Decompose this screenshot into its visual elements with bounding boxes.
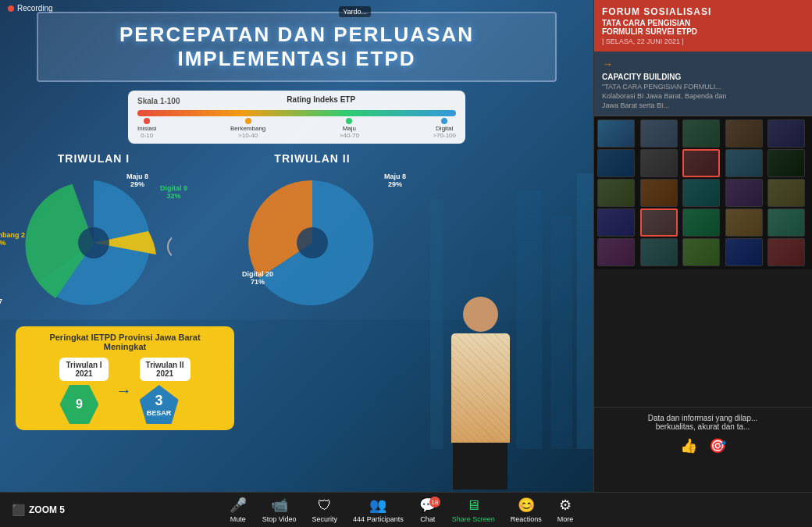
- mic-label: Mute: [230, 515, 246, 523]
- main-title: PERCEPATAN DAN PERLUASAN IMPLEMENTASI ET…: [37, 12, 557, 82]
- participants-icon: 👥: [369, 497, 386, 514]
- stage-inisiasi: Inisiasi 0-10: [137, 118, 156, 139]
- capacity-subtitle1: "TATA CARA PENGISIAN FORMULI...: [602, 83, 804, 91]
- more-button[interactable]: ⚙ More: [557, 497, 574, 523]
- participant-thumb: [767, 179, 805, 207]
- participant-thumb: [682, 238, 720, 266]
- peringkat-title: Peringkat IETPD Provinsi Jawa Barat Meni…: [27, 333, 223, 351]
- rating-bar-title: Rating Indeks ETP: [187, 95, 457, 104]
- stage-digital: Digital >70-100: [433, 118, 456, 139]
- triwulan1-chart: TRIWULAN I Berkembang 27% Digital 932% M…: [16, 152, 172, 320]
- participant-thumb: [767, 238, 805, 266]
- target-btn[interactable]: 🎯: [709, 437, 726, 454]
- capacity-building: → CAPACITY BUILDING "TATA CARA PENGISIAN…: [594, 52, 812, 116]
- feedback-actions: 👍 🎯: [601, 437, 804, 454]
- svg-point-11: [78, 227, 109, 258]
- participant-thumb: [640, 208, 678, 237]
- rating-stages: Inisiasi 0-10 Berkembang >10-40 Maju >40…: [137, 118, 456, 139]
- video-button[interactable]: 📹 Stop Video: [262, 497, 297, 523]
- share-screen-icon: 🖥: [466, 497, 480, 514]
- forum-subtitle: TATA CARA PENGISIAN FORMULIR SURVEI ETPD: [602, 19, 804, 36]
- security-button[interactable]: 🛡 Security: [312, 497, 338, 523]
- share-screen-button[interactable]: 🖥 Share Screen: [452, 497, 495, 523]
- rating-bar: Skala 1-100 Rating Indeks ETP Inisiasi 0…: [128, 91, 465, 144]
- triwulan1-title: TRIWULAN I: [16, 152, 172, 165]
- stage-berkembang: Berkembang >10-40: [230, 118, 265, 139]
- more-label: More: [557, 515, 574, 523]
- participant-thumb: [597, 238, 635, 266]
- participant-thumb: [682, 179, 720, 207]
- svg-point-14: [297, 227, 328, 258]
- feedback-text: Data dan informasi yang dilap... berkual…: [601, 414, 804, 431]
- triwulan2-info: Triwulan II 2021 3 BESAR: [140, 358, 191, 424]
- capacity-subtitle3: Jawa Barat serta BI...: [602, 101, 804, 109]
- triwulan1-year: 2021: [75, 369, 92, 378]
- forum-header: FORUM SOSIALISASI TATA CARA PENGISIAN FO…: [594, 0, 812, 52]
- peringkat-content: Triwulan I 2021 9 → Triwulan II 2021: [27, 358, 223, 424]
- participants-label: 444 Participants: [353, 515, 404, 523]
- security-label: Security: [312, 515, 338, 523]
- rating-track: [137, 110, 456, 116]
- video-icon: 📹: [271, 497, 288, 514]
- participant-thumb: [682, 149, 720, 177]
- capacity-arrow: →: [602, 58, 804, 70]
- zoom-info: ⬛ ZOOM 5: [12, 504, 65, 516]
- thumbs-up-btn[interactable]: 👍: [680, 437, 697, 454]
- chat-badge: 18: [429, 497, 440, 507]
- legend-digital: Digital 932%: [160, 184, 187, 200]
- participants-grid: [594, 116, 812, 269]
- legend-maju8: Maju 829%: [126, 173, 148, 188]
- svg-point-12: [168, 235, 172, 258]
- mic-button[interactable]: 🎤 Mute: [230, 497, 247, 523]
- participant-thumb: [597, 179, 635, 207]
- participant-thumb: [767, 119, 805, 148]
- participant-thumb: [640, 149, 678, 177]
- participants-button[interactable]: 👥 444 Participants: [353, 497, 404, 523]
- legend-berkembang: Berkembang 27%: [0, 231, 25, 247]
- security-icon: 🛡: [318, 497, 332, 514]
- peringkat-box: Peringkat IETPD Provinsi Jawa Barat Meni…: [16, 326, 234, 430]
- chat-button[interactable]: 💬 18 Chat: [419, 497, 436, 523]
- charts-area: TRIWULAN I Berkembang 27% Digital 932% M…: [8, 152, 586, 320]
- bottom-toolbar: ⬛ ZOOM 5 🎤 Mute 📹 Stop Video 🛡 Security …: [0, 492, 812, 527]
- yardo-label: Yardo...: [339, 6, 371, 17]
- zoom-logo: ⬛: [12, 504, 25, 516]
- scale-label: Skala 1-100: [137, 97, 180, 105]
- participant-thumb: [725, 149, 763, 177]
- feedback-section: Data dan informasi yang dilap... berkual…: [593, 407, 812, 461]
- participant-thumb: [640, 179, 678, 207]
- participant-thumb: [597, 208, 635, 237]
- participant-thumb: [725, 179, 763, 207]
- reactions-button[interactable]: 😊 Reactions: [511, 497, 542, 523]
- right-panel: FORUM SOSIALISASI TATA CARA PENGISIAN FO…: [593, 0, 812, 492]
- forum-title: FORUM SOSIALISASI: [602, 6, 804, 17]
- legend-maju8-t2: Maju 829%: [384, 173, 406, 188]
- share-screen-label: Share Screen: [452, 515, 495, 523]
- presenter: [445, 297, 515, 492]
- arrow-right: →: [116, 382, 132, 400]
- triwulan2-title: TRIWULAN II: [234, 152, 390, 165]
- participant-thumb: [597, 119, 635, 148]
- main-screen: Recording PERCEPATAN DAN PERLUASAN IMPLE…: [0, 0, 593, 492]
- participant-thumb: [682, 119, 720, 148]
- video-label: Stop Video: [262, 515, 297, 523]
- participant-thumb: [640, 238, 678, 266]
- capacity-title: CAPACITY BUILDING: [602, 73, 804, 81]
- triwulan1-info: Triwulan I 2021 9: [59, 358, 108, 424]
- reactions-label: Reactions: [511, 515, 542, 523]
- rank-badge-green: 9: [59, 385, 98, 424]
- stage-maju: Maju >40-70: [340, 118, 359, 139]
- triwulan2-pie: Maju 829% Digital 2071%: [234, 169, 390, 317]
- more-icon: ⚙: [559, 497, 572, 514]
- legend-maju17: Maju 1761%: [0, 297, 2, 313]
- toolbar-center: 🎤 Mute 📹 Stop Video 🛡 Security 👥 444 Par…: [230, 497, 574, 523]
- participant-thumb: [640, 119, 678, 148]
- participant-thumb: [725, 119, 763, 148]
- participant-thumb: [725, 208, 763, 237]
- participant-thumb: [725, 238, 763, 266]
- triwulan2-label: Triwulan II: [146, 361, 184, 369]
- participant-thumb: [682, 208, 720, 237]
- mic-icon: 🎤: [230, 497, 247, 514]
- participant-thumb: [767, 208, 805, 237]
- triwulan1-label: Triwulan I: [66, 361, 102, 369]
